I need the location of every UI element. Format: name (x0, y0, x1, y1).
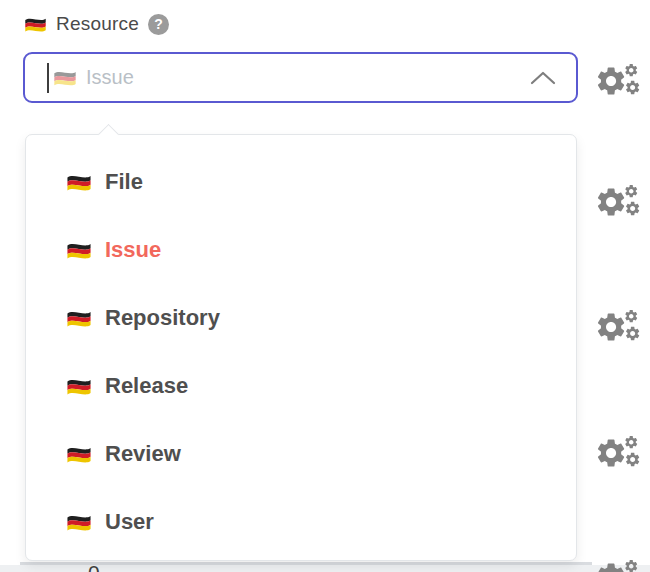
gears-settings-icon[interactable] (597, 182, 642, 222)
option-file[interactable]: File (26, 148, 576, 216)
german-flag-icon (66, 513, 92, 532)
option-label: Issue (105, 237, 161, 263)
select-placeholder: Issue (86, 66, 134, 89)
option-label: Repository (105, 305, 220, 331)
german-flag-icon (66, 377, 92, 396)
text-cursor (47, 63, 49, 93)
german-flag-icon (66, 173, 92, 192)
chevron-up-icon[interactable] (530, 70, 556, 86)
option-review[interactable]: Review (26, 420, 576, 488)
field-label: Resource (56, 13, 139, 35)
german-flag-icon (66, 309, 92, 328)
field-header: Resource ? (24, 13, 169, 35)
german-flag-icon (66, 445, 92, 464)
option-label: Review (105, 441, 181, 467)
german-flag-icon (53, 69, 77, 87)
gears-settings-icon[interactable] (597, 557, 642, 572)
option-user[interactable]: User (26, 488, 576, 556)
resource-select-input[interactable]: Issue (23, 52, 578, 103)
option-label: User (105, 509, 154, 535)
option-issue[interactable]: Issue (26, 216, 576, 284)
dropdown-menu: File Issue Repository Release Review (25, 134, 577, 561)
gears-settings-icon[interactable] (597, 307, 642, 347)
option-release[interactable]: Release (26, 352, 576, 420)
gears-settings-icon[interactable] (597, 433, 642, 473)
german-flag-icon (66, 241, 92, 260)
background-partial-value: 0 (88, 561, 100, 572)
gears-settings-icon[interactable] (597, 61, 642, 101)
help-icon[interactable]: ? (148, 14, 169, 35)
option-repository[interactable]: Repository (26, 284, 576, 352)
option-label: File (105, 169, 143, 195)
german-flag-icon (24, 16, 47, 33)
option-label: Release (105, 373, 188, 399)
option-list: File Issue Repository Release Review (26, 135, 576, 556)
help-glyph: ? (154, 17, 163, 31)
